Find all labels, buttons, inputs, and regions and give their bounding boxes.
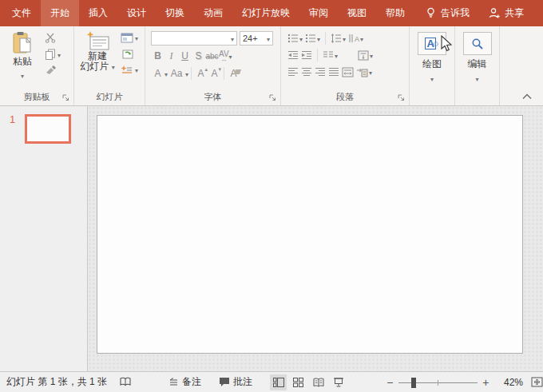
copy-button[interactable] bbox=[45, 49, 61, 60]
copy-dropdown-arrow-icon[interactable] bbox=[57, 49, 61, 60]
normal-view-button[interactable] bbox=[270, 374, 287, 390]
format-painter-button[interactable] bbox=[45, 65, 57, 75]
divider bbox=[224, 67, 224, 80]
spacing-dropdown-arrow-icon[interactable] bbox=[229, 50, 232, 61]
shrink-font-button[interactable]: A▾ bbox=[208, 68, 221, 79]
collapse-ribbon-button[interactable] bbox=[522, 93, 532, 100]
tab-transitions[interactable]: 切换 bbox=[156, 0, 194, 26]
fit-slide-to-window-button[interactable] bbox=[531, 377, 543, 387]
slide-number-label: 1 bbox=[10, 113, 15, 125]
reset-slide-button[interactable] bbox=[121, 48, 138, 59]
font-color-button[interactable]: A bbox=[151, 68, 164, 79]
layout-button[interactable] bbox=[121, 32, 138, 43]
align-center-button[interactable] bbox=[301, 67, 312, 77]
increase-indent-button[interactable] bbox=[301, 50, 312, 60]
editing-dropdown-arrow-icon[interactable] bbox=[475, 73, 478, 84]
grow-font-button[interactable]: A▴ bbox=[194, 68, 208, 79]
change-case-button[interactable]: Aa bbox=[168, 68, 185, 79]
slide-thumbnail[interactable] bbox=[25, 114, 71, 144]
slide-sorter-view-button[interactable] bbox=[290, 374, 307, 390]
tab-file[interactable]: 文件 bbox=[2, 0, 41, 26]
tab-slideshow[interactable]: 幻灯片放映 bbox=[232, 0, 299, 26]
spacing-arrows-icon: ↔ bbox=[220, 57, 227, 61]
section-button[interactable] bbox=[121, 64, 138, 75]
font-size-combobox[interactable]: 24+ bbox=[240, 31, 273, 46]
zoom-in-button[interactable]: + bbox=[482, 376, 489, 389]
clear-formatting-button[interactable]: A bbox=[227, 68, 240, 79]
tab-view[interactable]: 视图 bbox=[338, 0, 376, 26]
tab-animations[interactable]: 动画 bbox=[194, 0, 232, 26]
align-text-dropdown-arrow-icon[interactable] bbox=[370, 49, 373, 61]
decrease-indent-button[interactable] bbox=[287, 50, 299, 60]
comments-button[interactable]: 批注 bbox=[219, 375, 252, 389]
numbering-button[interactable] bbox=[305, 33, 320, 44]
spell-check-button[interactable] bbox=[120, 377, 132, 387]
line-spacing-dropdown-arrow-icon[interactable] bbox=[343, 33, 346, 44]
group-clipboard: 粘贴 剪贴板 bbox=[0, 26, 74, 105]
bullets-dropdown-arrow-icon[interactable] bbox=[299, 33, 303, 44]
zoom-slider[interactable] bbox=[398, 377, 478, 388]
drawing-circle-icon: ○ bbox=[433, 38, 439, 49]
new-slide-icon bbox=[85, 30, 110, 51]
slideshow-view-button[interactable] bbox=[330, 374, 347, 390]
new-slide-dropdown-arrow-icon[interactable] bbox=[112, 61, 115, 72]
editing-button[interactable]: 编辑 bbox=[455, 57, 499, 71]
zoom-slider-thumb[interactable] bbox=[411, 378, 416, 388]
new-slide-button[interactable]: 新建 幻灯片 bbox=[79, 30, 116, 75]
bold-button[interactable]: B bbox=[151, 50, 164, 61]
tab-design[interactable]: 设计 bbox=[117, 0, 156, 26]
share-button[interactable]: 共享 bbox=[481, 0, 532, 26]
align-left-button[interactable] bbox=[287, 67, 299, 77]
line-spacing-button[interactable] bbox=[331, 33, 346, 44]
columns-button[interactable] bbox=[323, 49, 338, 61]
text-direction-dropdown-arrow-icon[interactable] bbox=[360, 33, 363, 44]
tell-me[interactable]: 告诉我 bbox=[418, 0, 478, 26]
tab-home[interactable]: 开始 bbox=[41, 0, 79, 26]
mouse-cursor bbox=[440, 35, 454, 53]
font-size-value: 24+ bbox=[243, 34, 258, 43]
smartart-dropdown-arrow-icon[interactable] bbox=[369, 66, 372, 77]
numbering-dropdown-arrow-icon[interactable] bbox=[317, 33, 320, 44]
italic-button[interactable]: I bbox=[164, 50, 178, 62]
convert-smartart-button[interactable] bbox=[356, 66, 372, 77]
text-shadow-button[interactable]: S bbox=[192, 50, 205, 61]
bullets-button[interactable] bbox=[287, 33, 303, 44]
font-size-dropdown-arrow-icon[interactable] bbox=[267, 34, 270, 43]
columns-dropdown-arrow-icon[interactable] bbox=[335, 49, 338, 61]
align-text-button[interactable] bbox=[358, 49, 373, 61]
slide-counter: 幻灯片 第 1 张，共 1 张 bbox=[6, 375, 107, 389]
section-dropdown-arrow-icon[interactable] bbox=[135, 64, 138, 75]
justify-button[interactable] bbox=[328, 67, 339, 77]
layout-dropdown-arrow-icon[interactable] bbox=[135, 32, 138, 43]
zoom-level[interactable]: 42% bbox=[498, 377, 523, 388]
paste-dropdown-arrow-icon[interactable] bbox=[21, 69, 24, 81]
notes-button[interactable]: 备注 bbox=[168, 375, 201, 389]
font-name-combobox[interactable] bbox=[151, 31, 237, 46]
text-direction-button[interactable]: A bbox=[348, 33, 363, 44]
paragraph-dialog-launcher[interactable] bbox=[398, 94, 406, 102]
tab-help[interactable]: 帮助 bbox=[376, 0, 414, 26]
change-case-dropdown-arrow-icon[interactable] bbox=[185, 68, 188, 79]
character-spacing-button[interactable]: AV↔ bbox=[219, 51, 229, 61]
strikethrough-button[interactable]: abc bbox=[205, 52, 219, 61]
lightbulb-icon bbox=[426, 7, 436, 19]
zoom-out-button[interactable]: − bbox=[386, 376, 393, 389]
tab-review[interactable]: 审阅 bbox=[299, 0, 338, 26]
reading-view-button[interactable] bbox=[310, 374, 327, 390]
tab-insert[interactable]: 插入 bbox=[79, 0, 117, 26]
workspace: 1 bbox=[0, 106, 543, 371]
slide-canvas[interactable] bbox=[97, 115, 523, 354]
slide-thumbnail-panel: 1 bbox=[0, 106, 88, 371]
group-slides: 新建 幻灯片 幻灯片 bbox=[74, 26, 145, 105]
align-right-button[interactable] bbox=[315, 67, 326, 77]
drawing-button[interactable]: 绘图 bbox=[410, 57, 454, 71]
paste-button[interactable]: 粘贴 bbox=[6, 31, 38, 81]
cut-button[interactable] bbox=[45, 33, 56, 43]
font-name-dropdown-arrow-icon[interactable] bbox=[231, 34, 234, 43]
distribute-text-button[interactable] bbox=[342, 67, 354, 77]
drawing-dropdown-arrow-icon[interactable] bbox=[430, 73, 434, 84]
underline-button[interactable]: U bbox=[178, 50, 192, 61]
clipboard-dialog-launcher[interactable] bbox=[62, 94, 70, 102]
status-bar: 幻灯片 第 1 张，共 1 张 备注 批注 − + 42% bbox=[0, 371, 543, 392]
font-dialog-launcher[interactable] bbox=[269, 94, 277, 102]
